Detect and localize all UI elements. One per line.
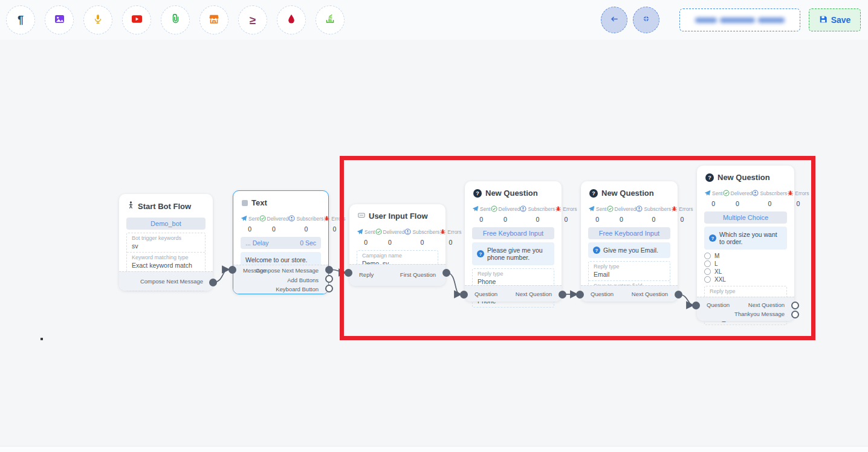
node-user-input-flow[interactable]: User Input Flow Sent0 Delivered0 Subscri… [349, 204, 445, 286]
question-box[interactable]: Which size you want to order. [704, 227, 787, 250]
question-box[interactable]: Give me you Email. [588, 242, 670, 258]
radio-icon [704, 260, 711, 267]
delay-value: 0 Sec [300, 239, 316, 247]
input-label: Question [591, 291, 614, 297]
output-label: Thankyou Message [734, 311, 785, 317]
stat-label: Sent [712, 190, 723, 196]
port-next-question[interactable] [675, 291, 682, 299]
stat-value: 0 [564, 216, 568, 223]
save-button[interactable]: Save [809, 8, 861, 31]
question-text: Give me you Email. [603, 247, 658, 254]
node-title: Start Bot Flow [138, 202, 191, 211]
field-bot-trigger-keywords[interactable]: Bot trigger keywords sv [127, 233, 205, 252]
node-new-question-1[interactable]: New Question Sent0 Delivered0 Subscriber… [465, 181, 562, 302]
node-title: Text [251, 198, 267, 207]
errors-icon [439, 227, 446, 237]
node-header: Start Bot Flow [119, 194, 213, 215]
text-block-icon [242, 200, 248, 206]
toolbar: ¶ ≥ [0, 0, 868, 40]
text-element-button[interactable]: ¶ [6, 5, 35, 34]
output-label: Next Question [516, 291, 552, 297]
drip-element-button[interactable] [277, 5, 306, 34]
reply-type-badge[interactable]: Free Keyboard Input [472, 227, 554, 239]
option-label: XXL [714, 276, 726, 283]
field-value: sv [132, 242, 200, 250]
node-start-bot-flow[interactable]: Start Bot Flow Demo_bot Bot trigger keyw… [119, 194, 213, 291]
port-next-question[interactable] [791, 302, 799, 309]
stat-value: 0 [620, 216, 623, 223]
condition-element-button[interactable]: ≥ [238, 5, 267, 34]
node-text[interactable]: Text Sent0 Delivered0 Subscribers0 Error… [233, 190, 329, 294]
back-button[interactable] [601, 7, 627, 33]
option-label: XL [714, 268, 722, 275]
audio-element-button[interactable] [83, 5, 112, 34]
port-compose-next-message[interactable] [209, 279, 217, 286]
delivered-icon [259, 213, 266, 224]
pilcrow-icon: ¶ [18, 15, 24, 25]
option-m[interactable]: M [704, 253, 787, 259]
bot-name-button[interactable]: Demo_bot [126, 218, 206, 230]
stat-value: 0 [332, 225, 336, 233]
stat-value: 0 [420, 239, 424, 246]
flow-canvas[interactable]: ¶ ≥ [0, 0, 868, 452]
flow-title-input[interactable] [679, 8, 800, 31]
port-question-input[interactable] [576, 291, 584, 299]
node-header: User Input Flow [349, 204, 445, 224]
sent-icon [588, 204, 595, 215]
node-title: User Input Flow [369, 211, 428, 221]
errors-icon [555, 204, 562, 215]
node-new-question-3[interactable]: New Question Sent0 Delivered0 Subscriber… [697, 166, 794, 321]
question-icon [705, 173, 714, 182]
port-compose-next-message[interactable] [325, 266, 333, 274]
option-xl[interactable]: XL [704, 268, 787, 275]
port-first-question[interactable] [442, 269, 450, 277]
stat-value: 0 [536, 216, 539, 223]
ecommerce-element-button[interactable] [199, 5, 228, 34]
question-text: Please give me you phone number. [487, 247, 549, 261]
port-question-input[interactable] [692, 302, 700, 309]
field-reply-type[interactable]: Reply type Email [589, 262, 670, 280]
stat-value: 0 [449, 239, 452, 246]
node-new-question-2[interactable]: New Question Sent0 Delivered0 Subscriber… [581, 181, 678, 302]
port-thankyou-message[interactable] [791, 311, 799, 318]
output-label: Next Question [748, 302, 785, 308]
port-question-input[interactable] [460, 291, 468, 299]
fit-view-button[interactable] [633, 7, 659, 33]
node-footer: Compose Next Message [119, 271, 213, 291]
image-element-button[interactable] [45, 5, 74, 34]
stat-label: Sent [596, 206, 607, 212]
stats-row: Sent0 Delivered0 Subscribers0 Errors0 [349, 224, 445, 247]
option-l[interactable]: L [704, 260, 787, 267]
errors-icon [671, 204, 678, 215]
input-label: Reply [359, 271, 374, 278]
video-element-button[interactable] [122, 5, 151, 34]
stat-value: 0 [652, 216, 655, 223]
question-box[interactable]: Please give me you phone number. [472, 242, 554, 265]
port-message-input[interactable] [228, 266, 236, 274]
stat-value: 0 [504, 216, 507, 223]
port-reply-input[interactable] [345, 269, 352, 277]
stat-label: Subscribers [296, 216, 323, 222]
file-element-button[interactable] [161, 5, 190, 34]
stat-value: 0 [304, 225, 308, 233]
port-keyboard-button[interactable] [325, 285, 333, 292]
field-keyword-matching-type[interactable]: Keyword matching type Exact keyword matc… [127, 252, 205, 271]
delivered-icon [607, 204, 614, 215]
reply-type-badge[interactable]: Free Keyboard Input [588, 227, 670, 239]
reply-type-badge[interactable]: Multiple Choice [704, 211, 787, 224]
output-label: Add Buttons [287, 277, 319, 283]
stat-label: Delivered [615, 206, 636, 212]
errors-icon [323, 213, 330, 224]
port-next-question[interactable] [559, 291, 566, 299]
stat-value: 0 [364, 239, 368, 246]
sequence-element-button[interactable] [316, 5, 345, 34]
delay-row[interactable]: ... Delay 0 Sec [241, 237, 321, 249]
stat-label: Subscribers [644, 206, 671, 212]
stat-label: Sent [248, 216, 259, 222]
subscribers-icon [404, 227, 411, 237]
stat-label: Delivered [731, 190, 753, 196]
option-xxl[interactable]: XXL [704, 276, 787, 283]
horizontal-scrollbar[interactable] [0, 446, 868, 452]
choice-options: M L XL XXL [704, 253, 787, 283]
port-add-buttons[interactable] [325, 275, 333, 283]
